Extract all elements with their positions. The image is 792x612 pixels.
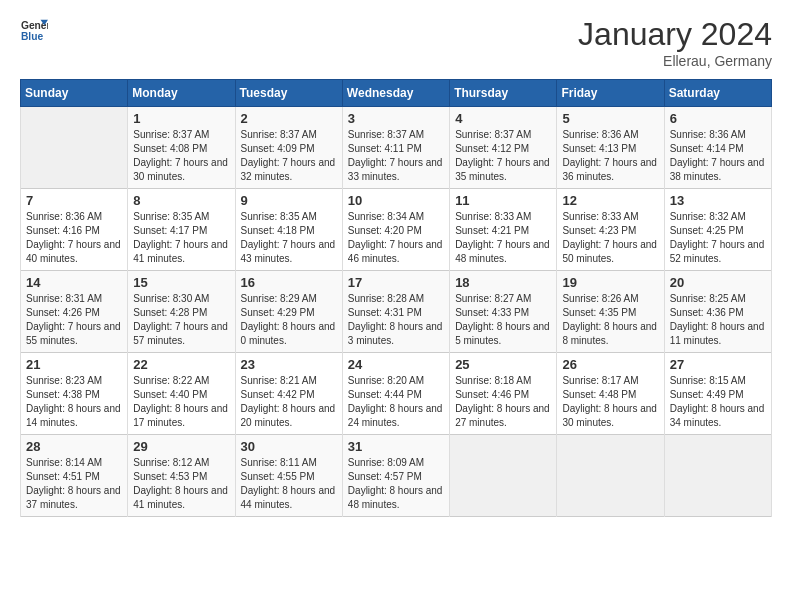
col-tuesday: Tuesday bbox=[235, 80, 342, 107]
table-row: 1 Sunrise: 8:37 AMSunset: 4:08 PMDayligh… bbox=[128, 107, 235, 189]
table-row: 6 Sunrise: 8:36 AMSunset: 4:14 PMDayligh… bbox=[664, 107, 771, 189]
day-info: Sunrise: 8:09 AMSunset: 4:57 PMDaylight:… bbox=[348, 456, 444, 512]
col-thursday: Thursday bbox=[450, 80, 557, 107]
table-row bbox=[21, 107, 128, 189]
calendar-week-row: 7 Sunrise: 8:36 AMSunset: 4:16 PMDayligh… bbox=[21, 189, 772, 271]
table-row bbox=[664, 435, 771, 517]
day-number: 31 bbox=[348, 439, 444, 454]
day-number: 22 bbox=[133, 357, 229, 372]
day-number: 30 bbox=[241, 439, 337, 454]
day-info: Sunrise: 8:33 AMSunset: 4:23 PMDaylight:… bbox=[562, 210, 658, 266]
day-info: Sunrise: 8:11 AMSunset: 4:55 PMDaylight:… bbox=[241, 456, 337, 512]
day-number: 7 bbox=[26, 193, 122, 208]
table-row: 22 Sunrise: 8:22 AMSunset: 4:40 PMDaylig… bbox=[128, 353, 235, 435]
day-info: Sunrise: 8:23 AMSunset: 4:38 PMDaylight:… bbox=[26, 374, 122, 430]
day-info: Sunrise: 8:33 AMSunset: 4:21 PMDaylight:… bbox=[455, 210, 551, 266]
day-number: 1 bbox=[133, 111, 229, 126]
day-number: 18 bbox=[455, 275, 551, 290]
day-number: 2 bbox=[241, 111, 337, 126]
day-info: Sunrise: 8:32 AMSunset: 4:25 PMDaylight:… bbox=[670, 210, 766, 266]
table-row: 11 Sunrise: 8:33 AMSunset: 4:21 PMDaylig… bbox=[450, 189, 557, 271]
day-info: Sunrise: 8:35 AMSunset: 4:17 PMDaylight:… bbox=[133, 210, 229, 266]
table-row: 16 Sunrise: 8:29 AMSunset: 4:29 PMDaylig… bbox=[235, 271, 342, 353]
day-number: 28 bbox=[26, 439, 122, 454]
table-row: 10 Sunrise: 8:34 AMSunset: 4:20 PMDaylig… bbox=[342, 189, 449, 271]
day-number: 27 bbox=[670, 357, 766, 372]
table-row: 21 Sunrise: 8:23 AMSunset: 4:38 PMDaylig… bbox=[21, 353, 128, 435]
table-row: 23 Sunrise: 8:21 AMSunset: 4:42 PMDaylig… bbox=[235, 353, 342, 435]
day-info: Sunrise: 8:29 AMSunset: 4:29 PMDaylight:… bbox=[241, 292, 337, 348]
day-number: 26 bbox=[562, 357, 658, 372]
table-row: 7 Sunrise: 8:36 AMSunset: 4:16 PMDayligh… bbox=[21, 189, 128, 271]
day-info: Sunrise: 8:21 AMSunset: 4:42 PMDaylight:… bbox=[241, 374, 337, 430]
day-number: 8 bbox=[133, 193, 229, 208]
day-info: Sunrise: 8:27 AMSunset: 4:33 PMDaylight:… bbox=[455, 292, 551, 348]
svg-text:Blue: Blue bbox=[21, 31, 44, 42]
calendar-week-row: 28 Sunrise: 8:14 AMSunset: 4:51 PMDaylig… bbox=[21, 435, 772, 517]
day-info: Sunrise: 8:37 AMSunset: 4:08 PMDaylight:… bbox=[133, 128, 229, 184]
table-row: 19 Sunrise: 8:26 AMSunset: 4:35 PMDaylig… bbox=[557, 271, 664, 353]
day-info: Sunrise: 8:36 AMSunset: 4:16 PMDaylight:… bbox=[26, 210, 122, 266]
day-info: Sunrise: 8:14 AMSunset: 4:51 PMDaylight:… bbox=[26, 456, 122, 512]
calendar-table: Sunday Monday Tuesday Wednesday Thursday… bbox=[20, 79, 772, 517]
table-row bbox=[557, 435, 664, 517]
table-row: 26 Sunrise: 8:17 AMSunset: 4:48 PMDaylig… bbox=[557, 353, 664, 435]
day-number: 23 bbox=[241, 357, 337, 372]
location-subtitle: Ellerau, Germany bbox=[578, 53, 772, 69]
table-row: 20 Sunrise: 8:25 AMSunset: 4:36 PMDaylig… bbox=[664, 271, 771, 353]
calendar-header-row: Sunday Monday Tuesday Wednesday Thursday… bbox=[21, 80, 772, 107]
day-info: Sunrise: 8:20 AMSunset: 4:44 PMDaylight:… bbox=[348, 374, 444, 430]
calendar-week-row: 21 Sunrise: 8:23 AMSunset: 4:38 PMDaylig… bbox=[21, 353, 772, 435]
day-info: Sunrise: 8:26 AMSunset: 4:35 PMDaylight:… bbox=[562, 292, 658, 348]
day-number: 11 bbox=[455, 193, 551, 208]
table-row: 25 Sunrise: 8:18 AMSunset: 4:46 PMDaylig… bbox=[450, 353, 557, 435]
day-number: 29 bbox=[133, 439, 229, 454]
table-row: 31 Sunrise: 8:09 AMSunset: 4:57 PMDaylig… bbox=[342, 435, 449, 517]
day-info: Sunrise: 8:28 AMSunset: 4:31 PMDaylight:… bbox=[348, 292, 444, 348]
day-number: 10 bbox=[348, 193, 444, 208]
day-info: Sunrise: 8:34 AMSunset: 4:20 PMDaylight:… bbox=[348, 210, 444, 266]
day-number: 24 bbox=[348, 357, 444, 372]
table-row: 24 Sunrise: 8:20 AMSunset: 4:44 PMDaylig… bbox=[342, 353, 449, 435]
day-info: Sunrise: 8:37 AMSunset: 4:11 PMDaylight:… bbox=[348, 128, 444, 184]
table-row bbox=[450, 435, 557, 517]
logo: General Blue bbox=[20, 16, 48, 44]
table-row: 14 Sunrise: 8:31 AMSunset: 4:26 PMDaylig… bbox=[21, 271, 128, 353]
day-number: 21 bbox=[26, 357, 122, 372]
col-wednesday: Wednesday bbox=[342, 80, 449, 107]
table-row: 12 Sunrise: 8:33 AMSunset: 4:23 PMDaylig… bbox=[557, 189, 664, 271]
table-row: 18 Sunrise: 8:27 AMSunset: 4:33 PMDaylig… bbox=[450, 271, 557, 353]
table-row: 17 Sunrise: 8:28 AMSunset: 4:31 PMDaylig… bbox=[342, 271, 449, 353]
table-row: 27 Sunrise: 8:15 AMSunset: 4:49 PMDaylig… bbox=[664, 353, 771, 435]
day-number: 17 bbox=[348, 275, 444, 290]
day-info: Sunrise: 8:12 AMSunset: 4:53 PMDaylight:… bbox=[133, 456, 229, 512]
table-row: 30 Sunrise: 8:11 AMSunset: 4:55 PMDaylig… bbox=[235, 435, 342, 517]
col-friday: Friday bbox=[557, 80, 664, 107]
day-number: 13 bbox=[670, 193, 766, 208]
day-number: 6 bbox=[670, 111, 766, 126]
day-number: 16 bbox=[241, 275, 337, 290]
day-info: Sunrise: 8:37 AMSunset: 4:12 PMDaylight:… bbox=[455, 128, 551, 184]
day-info: Sunrise: 8:25 AMSunset: 4:36 PMDaylight:… bbox=[670, 292, 766, 348]
day-number: 20 bbox=[670, 275, 766, 290]
day-number: 14 bbox=[26, 275, 122, 290]
table-row: 9 Sunrise: 8:35 AMSunset: 4:18 PMDayligh… bbox=[235, 189, 342, 271]
day-info: Sunrise: 8:17 AMSunset: 4:48 PMDaylight:… bbox=[562, 374, 658, 430]
calendar-week-row: 14 Sunrise: 8:31 AMSunset: 4:26 PMDaylig… bbox=[21, 271, 772, 353]
day-info: Sunrise: 8:30 AMSunset: 4:28 PMDaylight:… bbox=[133, 292, 229, 348]
table-row: 5 Sunrise: 8:36 AMSunset: 4:13 PMDayligh… bbox=[557, 107, 664, 189]
calendar-week-row: 1 Sunrise: 8:37 AMSunset: 4:08 PMDayligh… bbox=[21, 107, 772, 189]
table-row: 3 Sunrise: 8:37 AMSunset: 4:11 PMDayligh… bbox=[342, 107, 449, 189]
logo-icon: General Blue bbox=[20, 16, 48, 44]
day-number: 12 bbox=[562, 193, 658, 208]
day-info: Sunrise: 8:15 AMSunset: 4:49 PMDaylight:… bbox=[670, 374, 766, 430]
month-title: January 2024 bbox=[578, 16, 772, 53]
table-row: 15 Sunrise: 8:30 AMSunset: 4:28 PMDaylig… bbox=[128, 271, 235, 353]
title-area: January 2024 Ellerau, Germany bbox=[578, 16, 772, 69]
table-row: 4 Sunrise: 8:37 AMSunset: 4:12 PMDayligh… bbox=[450, 107, 557, 189]
day-number: 9 bbox=[241, 193, 337, 208]
day-number: 4 bbox=[455, 111, 551, 126]
col-monday: Monday bbox=[128, 80, 235, 107]
day-number: 3 bbox=[348, 111, 444, 126]
table-row: 28 Sunrise: 8:14 AMSunset: 4:51 PMDaylig… bbox=[21, 435, 128, 517]
